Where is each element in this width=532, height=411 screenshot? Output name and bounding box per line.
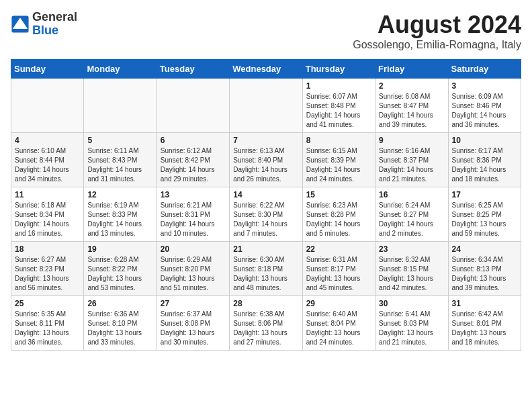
day-number: 1 xyxy=(306,81,371,91)
day-number: 15 xyxy=(306,190,371,199)
header: General Blue August 2024 Gossolengo, Emi… xyxy=(11,11,521,51)
day-number: 30 xyxy=(379,299,444,308)
day-info: Sunrise: 6:15 AM Sunset: 8:39 PM Dayligh… xyxy=(306,146,371,184)
day-number: 27 xyxy=(161,299,226,308)
calendar-cell: 19Sunrise: 6:28 AM Sunset: 8:22 PM Dayli… xyxy=(84,242,157,296)
day-info: Sunrise: 6:17 AM Sunset: 8:36 PM Dayligh… xyxy=(452,146,517,184)
day-header-thursday: Thursday xyxy=(302,60,375,79)
title-area: August 2024 Gossolengo, Emilia-Romagna, … xyxy=(353,11,521,51)
day-number: 23 xyxy=(379,244,444,254)
day-info: Sunrise: 6:19 AM Sunset: 8:33 PM Dayligh… xyxy=(87,201,152,238)
calendar-cell: 21Sunrise: 6:30 AM Sunset: 8:18 PM Dayli… xyxy=(230,242,302,296)
day-info: Sunrise: 6:35 AM Sunset: 8:11 PM Dayligh… xyxy=(15,310,80,347)
day-info: Sunrise: 6:28 AM Sunset: 8:22 PM Dayligh… xyxy=(87,255,152,293)
day-header-tuesday: Tuesday xyxy=(157,60,229,79)
calendar-cell: 8Sunrise: 6:15 AM Sunset: 8:39 PM Daylig… xyxy=(302,133,375,187)
calendar-cell: 28Sunrise: 6:38 AM Sunset: 8:06 PM Dayli… xyxy=(230,296,302,351)
calendar-cell: 5Sunrise: 6:11 AM Sunset: 8:43 PM Daylig… xyxy=(84,133,157,187)
calendar-cell: 29Sunrise: 6:40 AM Sunset: 8:04 PM Dayli… xyxy=(302,296,375,351)
calendar-cell xyxy=(230,79,302,133)
subtitle: Gossolengo, Emilia-Romagna, Italy xyxy=(353,39,521,51)
calendar-cell: 11Sunrise: 6:18 AM Sunset: 8:34 PM Dayli… xyxy=(11,187,84,242)
day-info: Sunrise: 6:07 AM Sunset: 8:48 PM Dayligh… xyxy=(306,92,371,130)
calendar-cell: 27Sunrise: 6:37 AM Sunset: 8:08 PM Dayli… xyxy=(157,296,229,351)
calendar-week-1: 1Sunrise: 6:07 AM Sunset: 8:48 PM Daylig… xyxy=(11,79,521,133)
day-info: Sunrise: 6:12 AM Sunset: 8:42 PM Dayligh… xyxy=(161,146,226,184)
day-info: Sunrise: 6:23 AM Sunset: 8:28 PM Dayligh… xyxy=(306,201,371,238)
calendar-cell xyxy=(84,79,157,133)
day-info: Sunrise: 6:29 AM Sunset: 8:20 PM Dayligh… xyxy=(161,255,226,293)
logo-text: General Blue xyxy=(32,11,77,38)
day-info: Sunrise: 6:09 AM Sunset: 8:46 PM Dayligh… xyxy=(452,92,517,130)
day-info: Sunrise: 6:13 AM Sunset: 8:40 PM Dayligh… xyxy=(233,146,298,184)
calendar-cell: 6Sunrise: 6:12 AM Sunset: 8:42 PM Daylig… xyxy=(157,133,229,187)
day-number: 2 xyxy=(379,81,444,91)
calendar-cell: 1Sunrise: 6:07 AM Sunset: 8:48 PM Daylig… xyxy=(302,79,375,133)
day-info: Sunrise: 6:31 AM Sunset: 8:17 PM Dayligh… xyxy=(306,255,371,293)
day-info: Sunrise: 6:36 AM Sunset: 8:10 PM Dayligh… xyxy=(87,310,152,347)
main-title: August 2024 xyxy=(353,11,521,39)
day-number: 31 xyxy=(452,299,517,308)
calendar-cell: 22Sunrise: 6:31 AM Sunset: 8:17 PM Dayli… xyxy=(302,242,375,296)
calendar-cell xyxy=(11,79,84,133)
calendar-cell: 2Sunrise: 6:08 AM Sunset: 8:47 PM Daylig… xyxy=(375,79,448,133)
day-number: 29 xyxy=(306,299,371,308)
day-number: 12 xyxy=(87,190,152,199)
day-number: 8 xyxy=(306,136,371,145)
day-number: 20 xyxy=(161,244,226,254)
day-info: Sunrise: 6:18 AM Sunset: 8:34 PM Dayligh… xyxy=(15,201,80,238)
calendar-cell: 10Sunrise: 6:17 AM Sunset: 8:36 PM Dayli… xyxy=(448,133,521,187)
calendar-table: SundayMondayTuesdayWednesdayThursdayFrid… xyxy=(11,59,521,351)
day-info: Sunrise: 6:38 AM Sunset: 8:06 PM Dayligh… xyxy=(233,310,298,347)
calendar-cell: 30Sunrise: 6:41 AM Sunset: 8:03 PM Dayli… xyxy=(375,296,448,351)
day-number: 17 xyxy=(452,190,517,199)
day-info: Sunrise: 6:21 AM Sunset: 8:31 PM Dayligh… xyxy=(161,201,226,238)
calendar-cell: 3Sunrise: 6:09 AM Sunset: 8:46 PM Daylig… xyxy=(448,79,521,133)
day-number: 25 xyxy=(15,299,80,308)
day-info: Sunrise: 6:41 AM Sunset: 8:03 PM Dayligh… xyxy=(379,310,444,347)
calendar-cell: 13Sunrise: 6:21 AM Sunset: 8:31 PM Dayli… xyxy=(157,187,229,242)
day-number: 10 xyxy=(452,136,517,145)
day-info: Sunrise: 6:40 AM Sunset: 8:04 PM Dayligh… xyxy=(306,310,371,347)
calendar-week-5: 25Sunrise: 6:35 AM Sunset: 8:11 PM Dayli… xyxy=(11,296,521,351)
day-info: Sunrise: 6:30 AM Sunset: 8:18 PM Dayligh… xyxy=(233,255,298,293)
calendar-cell: 24Sunrise: 6:34 AM Sunset: 8:13 PM Dayli… xyxy=(448,242,521,296)
calendar-cell: 16Sunrise: 6:24 AM Sunset: 8:27 PM Dayli… xyxy=(375,187,448,242)
calendar-cell: 4Sunrise: 6:10 AM Sunset: 8:44 PM Daylig… xyxy=(11,133,84,187)
day-info: Sunrise: 6:24 AM Sunset: 8:27 PM Dayligh… xyxy=(379,201,444,238)
calendar-cell: 9Sunrise: 6:16 AM Sunset: 8:37 PM Daylig… xyxy=(375,133,448,187)
day-header-sunday: Sunday xyxy=(11,60,84,79)
calendar-cell: 23Sunrise: 6:32 AM Sunset: 8:15 PM Dayli… xyxy=(375,242,448,296)
calendar-cell: 15Sunrise: 6:23 AM Sunset: 8:28 PM Dayli… xyxy=(302,187,375,242)
calendar-cell: 18Sunrise: 6:27 AM Sunset: 8:23 PM Dayli… xyxy=(11,242,84,296)
calendar-week-2: 4Sunrise: 6:10 AM Sunset: 8:44 PM Daylig… xyxy=(11,133,521,187)
calendar-cell: 31Sunrise: 6:42 AM Sunset: 8:01 PM Dayli… xyxy=(448,296,521,351)
logo: General Blue xyxy=(11,11,77,38)
calendar-cell: 17Sunrise: 6:25 AM Sunset: 8:25 PM Dayli… xyxy=(448,187,521,242)
day-number: 16 xyxy=(379,190,444,199)
calendar-header-row: SundayMondayTuesdayWednesdayThursdayFrid… xyxy=(11,60,521,79)
day-number: 9 xyxy=(379,136,444,145)
day-info: Sunrise: 6:37 AM Sunset: 8:08 PM Dayligh… xyxy=(161,310,226,347)
logo-icon xyxy=(11,15,30,34)
calendar-cell: 26Sunrise: 6:36 AM Sunset: 8:10 PM Dayli… xyxy=(84,296,157,351)
calendar-cell: 20Sunrise: 6:29 AM Sunset: 8:20 PM Dayli… xyxy=(157,242,229,296)
day-number: 4 xyxy=(15,136,80,145)
day-number: 5 xyxy=(87,136,152,145)
day-number: 13 xyxy=(161,190,226,199)
day-number: 28 xyxy=(233,299,298,308)
day-info: Sunrise: 6:25 AM Sunset: 8:25 PM Dayligh… xyxy=(452,201,517,238)
day-number: 26 xyxy=(87,299,152,308)
day-header-monday: Monday xyxy=(84,60,157,79)
day-info: Sunrise: 6:16 AM Sunset: 8:37 PM Dayligh… xyxy=(379,146,444,184)
calendar-cell xyxy=(157,79,229,133)
day-number: 3 xyxy=(452,81,517,91)
day-info: Sunrise: 6:10 AM Sunset: 8:44 PM Dayligh… xyxy=(15,146,80,184)
day-number: 22 xyxy=(306,244,371,254)
day-info: Sunrise: 6:27 AM Sunset: 8:23 PM Dayligh… xyxy=(15,255,80,293)
day-info: Sunrise: 6:22 AM Sunset: 8:30 PM Dayligh… xyxy=(233,201,298,238)
day-info: Sunrise: 6:11 AM Sunset: 8:43 PM Dayligh… xyxy=(87,146,152,184)
day-info: Sunrise: 6:08 AM Sunset: 8:47 PM Dayligh… xyxy=(379,92,444,130)
day-header-wednesday: Wednesday xyxy=(230,60,302,79)
calendar-cell: 12Sunrise: 6:19 AM Sunset: 8:33 PM Dayli… xyxy=(84,187,157,242)
